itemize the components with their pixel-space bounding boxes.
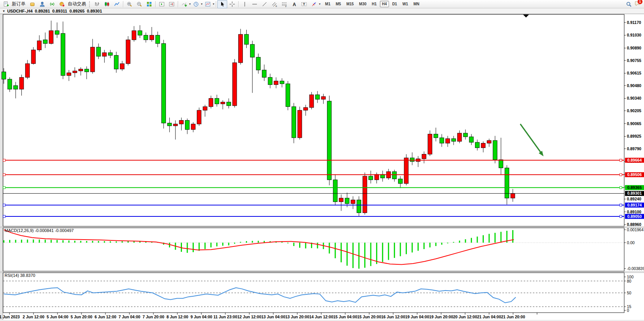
notification-badge: 1 [637, 0, 643, 5]
zoom-out-button[interactable] [134, 0, 144, 8]
candle [126, 36, 130, 65]
tile-windows-button[interactable] [144, 0, 154, 8]
hline-handle-left[interactable] [3, 159, 5, 161]
zoom-in-button[interactable] [124, 0, 134, 8]
time-tick-label: 2 Jun 12:00 [22, 315, 44, 319]
signals-button[interactable] [47, 0, 57, 8]
toolbar-grip [89, 1, 91, 7]
hline-handle-left[interactable] [3, 186, 5, 189]
arrows-dropdown-icon[interactable]: ▾ [319, 2, 320, 6]
templates-dropdown-icon[interactable]: ▾ [213, 2, 214, 6]
tab-timeframe-m1[interactable]: M1 [323, 1, 333, 7]
candle [327, 95, 332, 185]
price-tick-label: 0.89240 [627, 197, 641, 201]
chart-canvas[interactable]: 0.911700.910300.908900.907550.906150.904… [0, 14, 644, 321]
candle [428, 130, 432, 156]
hline-handle-right[interactable] [620, 159, 622, 161]
candle [161, 40, 166, 129]
hline-handle-right[interactable] [620, 173, 622, 176]
time-tick-label: 19 Jun 04:00 [405, 315, 429, 319]
svg-text:T: T [303, 2, 305, 6]
indicators-button[interactable] [179, 0, 189, 8]
search-icon [626, 1, 632, 7]
tab-timeframe-mn[interactable]: MN [411, 1, 422, 7]
candle-body [226, 102, 231, 106]
arrow-objects-icon [311, 1, 317, 7]
text-tool-button[interactable]: A [289, 0, 299, 8]
trendline-tool-button[interactable] [260, 0, 269, 8]
auto-scroll-icon [159, 1, 165, 7]
crosshair-tool-button[interactable] [227, 0, 237, 8]
market-watch-button[interactable] [27, 0, 37, 8]
tab-timeframe-h1[interactable]: H1 [370, 1, 379, 7]
hline-handle-left[interactable] [3, 204, 5, 206]
search-button[interactable] [624, 0, 634, 8]
zoom-in-icon [126, 1, 132, 7]
candle-body [179, 120, 183, 124]
price-tick-label: 0.89100 [627, 210, 641, 214]
candle-body [126, 40, 130, 64]
candle-body [375, 174, 379, 180]
chart-collapse-icon[interactable]: ▼ [2, 10, 5, 13]
main-price-pane [3, 14, 624, 226]
time-tick-label: 5 Jun 20:00 [70, 315, 92, 319]
candle-body [410, 158, 414, 162]
bar-chart-button[interactable] [92, 0, 102, 8]
candle-body [61, 33, 65, 76]
candle-body [14, 86, 18, 89]
tab-timeframe-h4[interactable]: H4 [380, 1, 389, 7]
time-axis[interactable]: 1 Jun 20232 Jun 12:005 Jun 04:005 Jun 20… [0, 313, 537, 319]
periods-button[interactable] [191, 0, 201, 8]
hline-handle-right[interactable] [620, 215, 622, 218]
auto-scroll-button[interactable] [157, 0, 167, 8]
auto-trading-label[interactable]: 自动交易 [67, 1, 88, 7]
indicators-dropdown-icon[interactable]: ▾ [189, 2, 191, 6]
candle-body [96, 47, 100, 56]
arrows-tool-button[interactable] [309, 0, 319, 8]
channel-tool-button[interactable]: E [269, 0, 279, 8]
tab-timeframe-m30[interactable]: M30 [357, 1, 368, 7]
tab-timeframe-d1[interactable]: D1 [390, 1, 399, 7]
text-label-tool-button[interactable]: T [299, 0, 309, 8]
candle-body [209, 99, 213, 107]
hline-handle-left[interactable] [3, 215, 5, 218]
templates-button[interactable] [203, 0, 213, 8]
candle-body [286, 84, 290, 106]
vertical-line-tool-button[interactable] [240, 0, 250, 8]
hline-handle-right[interactable] [620, 204, 622, 206]
new-order-button[interactable] [1, 0, 11, 8]
candle-body [144, 35, 148, 40]
clock-icon [193, 1, 199, 7]
time-tick-label: 21 Jun 04:00 [477, 315, 501, 319]
candle-body [457, 133, 462, 141]
time-tick-label: 19 Jun 20:00 [429, 315, 453, 319]
notifications-button[interactable]: 1 [634, 0, 641, 8]
chart-shift-button[interactable] [167, 0, 177, 8]
candle [239, 29, 243, 65]
bar-chart-icon [94, 1, 100, 7]
candle-body [26, 64, 30, 77]
tab-timeframe-m5[interactable]: M5 [333, 1, 343, 7]
time-tick-label: 12 Jun 12:00 [237, 315, 261, 319]
toolbar-separator [178, 1, 178, 7]
hline-handle-right[interactable] [620, 186, 622, 189]
line-chart-button[interactable] [112, 0, 122, 8]
candlestick-chart-button[interactable] [102, 0, 112, 8]
candle-body [233, 63, 237, 106]
fibonacci-tool-button[interactable]: F [279, 0, 289, 8]
tab-timeframe-w1[interactable]: W1 [400, 1, 410, 7]
tab-timeframe-m15[interactable]: M15 [344, 1, 356, 7]
accounts-button[interactable] [37, 0, 47, 8]
time-tick-label: 15 Jun 04:00 [333, 315, 357, 319]
hline-handle-left[interactable] [3, 173, 5, 176]
auto-trading-button[interactable] [57, 0, 67, 8]
time-tick-label: 6 Jun 12:00 [94, 315, 116, 319]
macd-axis-label: -0.003839 [627, 266, 644, 271]
candle-body [185, 120, 190, 129]
new-order-label[interactable]: 新订单 [11, 1, 27, 7]
trendline-icon [261, 1, 268, 7]
horizontal-line-tool-button[interactable] [250, 0, 260, 8]
time-tick-label: 16 Jun 12:00 [381, 315, 405, 319]
periods-dropdown-icon[interactable]: ▾ [201, 2, 202, 6]
cursor-tool-button[interactable] [217, 0, 227, 8]
